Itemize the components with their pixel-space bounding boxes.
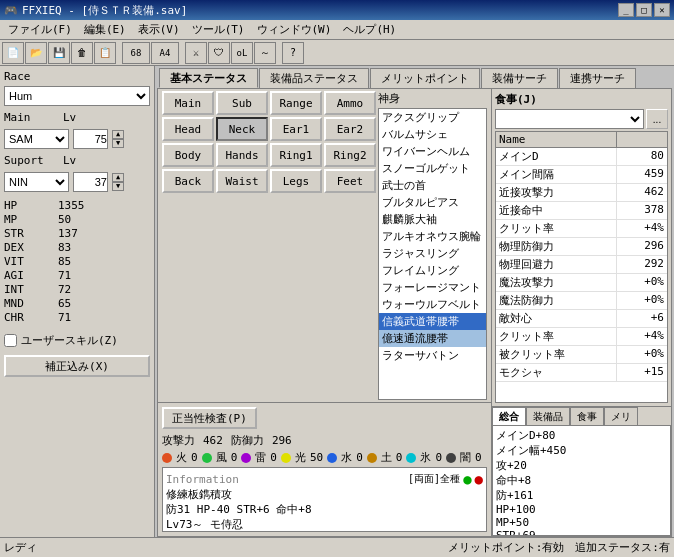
toolbar-save[interactable]: 💾 [48, 42, 70, 64]
food-row[interactable]: 物理回避力292 [496, 256, 667, 274]
main-lv-down[interactable]: ▼ [112, 139, 124, 148]
menu-tools[interactable]: ツール(T) [186, 21, 251, 38]
food-row[interactable]: メインD80 [496, 148, 667, 166]
food-row[interactable]: クリット率+4% [496, 220, 667, 238]
element-val-光: 50 [310, 451, 323, 464]
food-row[interactable]: 魔法防御力+0% [496, 292, 667, 310]
item-list-item[interactable]: ワイバーンヘルム [379, 143, 486, 160]
item-list-item[interactable]: ラジャスリング [379, 245, 486, 262]
food-row[interactable]: 近接命中378 [496, 202, 667, 220]
bottom-tab-1[interactable]: 装備品 [526, 407, 570, 425]
item-list-item[interactable]: 武士の首 [379, 177, 486, 194]
equip-slot-ammo[interactable]: Ammo [324, 91, 376, 115]
main-job-select[interactable]: SAM WAR MNK [4, 129, 69, 149]
equip-slot-ear1[interactable]: Ear1 [270, 117, 322, 141]
close-button[interactable]: ✕ [654, 3, 670, 17]
item-list-item[interactable]: ラターサバトン [379, 347, 486, 364]
stat-val-mnd: 65 [58, 297, 150, 310]
equip-slot-sub[interactable]: Sub [216, 91, 268, 115]
maximize-button[interactable]: □ [636, 3, 652, 17]
toolbar-help[interactable]: ? [282, 42, 304, 64]
equip-slot-range[interactable]: Range [270, 91, 322, 115]
menu-edit[interactable]: 編集(E) [78, 21, 132, 38]
status-left: レディ [4, 540, 37, 555]
food-row[interactable]: 被クリット率+0% [496, 346, 667, 364]
sub-lv-input[interactable] [73, 172, 108, 192]
bottom-content: メインD+80メイン幅+450攻+20命中+8防+161HP+100MP+50S… [492, 425, 671, 536]
stat-name-vit: VIT [4, 255, 54, 268]
tab-4[interactable]: 連携サーチ [559, 68, 636, 88]
menu-view[interactable]: 表示(V) [132, 21, 186, 38]
equip-slot-legs[interactable]: Legs [270, 169, 322, 193]
equip-slot-ring2[interactable]: Ring2 [324, 143, 376, 167]
food-list[interactable]: メインD80メイン間隔459近接攻撃力462近接命中378クリット率+4%物理防… [495, 148, 668, 403]
element-label-光: 光 [295, 450, 306, 465]
seito-button[interactable]: 正当性検査(P) [162, 407, 257, 429]
stat-name-agi: AGI [4, 269, 54, 282]
sub-lv-up[interactable]: ▲ [112, 173, 124, 182]
item-list-item[interactable]: バルムサシェ [379, 126, 486, 143]
food-row[interactable]: メイン間隔459 [496, 166, 667, 184]
toolbar-icon3[interactable]: oL [231, 42, 253, 64]
toolbar-68[interactable]: 68 [122, 42, 150, 64]
equip-slot-neck[interactable]: Neck [216, 117, 268, 141]
toolbar-icon4[interactable]: ～ [254, 42, 276, 64]
item-list-item[interactable]: アクスグリップ [379, 109, 486, 126]
item-list-item[interactable]: 麒麟脈大袖 [379, 211, 486, 228]
equip-slot-hands[interactable]: Hands [216, 143, 268, 167]
item-list-item[interactable]: 億速通流腰帯 [379, 330, 486, 347]
food-row[interactable]: 近接攻撃力462 [496, 184, 667, 202]
element-label-氷: 氷 [420, 450, 431, 465]
bottom-tab-0[interactable]: 総合 [492, 407, 526, 425]
item-list-item[interactable]: 信義武道帯腰帯 [379, 313, 486, 330]
minimize-button[interactable]: _ [618, 3, 634, 17]
food-row[interactable]: 物理防御力296 [496, 238, 667, 256]
toolbar-new[interactable]: 📄 [2, 42, 24, 64]
food-row[interactable]: 魔法攻撃力+0% [496, 274, 667, 292]
equip-slot-feet[interactable]: Feet [324, 169, 376, 193]
bottom-tab-2[interactable]: 食事 [570, 407, 604, 425]
element-dot-水 [327, 453, 337, 463]
title-bar: 🎮 FFXIEQ - [侍ＳＴＲ装備.sav] _ □ ✕ [0, 0, 674, 20]
tab-0[interactable]: 基本ステータス [159, 68, 258, 88]
food-row[interactable]: クリット率+4% [496, 328, 667, 346]
menu-help[interactable]: ヘルプ(H) [337, 21, 402, 38]
food-row[interactable]: モクシャ+15 [496, 364, 667, 382]
toolbar-icon2[interactable]: 🛡 [208, 42, 230, 64]
tab-3[interactable]: 装備サーチ [481, 68, 558, 88]
toolbar-open[interactable]: 📂 [25, 42, 47, 64]
food-select[interactable] [495, 109, 644, 129]
item-list-item[interactable]: スノーゴルゲット [379, 160, 486, 177]
item-list[interactable]: アクスグリップバルムサシェワイバーンヘルムスノーゴルゲット武士の首ブルタルピアス… [378, 108, 487, 400]
tab-2[interactable]: メリットポイント [370, 68, 480, 88]
item-list-item[interactable]: アルキオネウス腕輪 [379, 228, 486, 245]
item-list-item[interactable]: ブルタルピアス [379, 194, 486, 211]
tab-1[interactable]: 装備品ステータス [259, 68, 369, 88]
toolbar-btn4[interactable]: 🗑 [71, 42, 93, 64]
main-lv-input[interactable] [73, 129, 108, 149]
correction-button[interactable]: 補正込み(X) [4, 355, 150, 377]
sub-job-select[interactable]: NIN WAR THF [4, 172, 69, 192]
user-skill-checkbox[interactable] [4, 334, 17, 347]
menu-file[interactable]: ファイル(F) [2, 21, 78, 38]
equip-slot-waist[interactable]: Waist [216, 169, 268, 193]
item-list-item[interactable]: フレイムリング [379, 262, 486, 279]
toolbar-A4[interactable]: A4 [151, 42, 179, 64]
equip-slot-ear2[interactable]: Ear2 [324, 117, 376, 141]
menu-window[interactable]: ウィンドウ(W) [251, 21, 338, 38]
food-browse-button[interactable]: ... [646, 109, 668, 129]
item-list-item[interactable]: ウォーウルフベルト [379, 296, 486, 313]
equip-slot-body[interactable]: Body [162, 143, 214, 167]
equip-slot-back[interactable]: Back [162, 169, 214, 193]
toolbar-icon1[interactable]: ⚔ [185, 42, 207, 64]
bottom-tab-3[interactable]: メリ [604, 407, 638, 425]
sub-lv-down[interactable]: ▼ [112, 182, 124, 191]
toolbar-btn5[interactable]: 📋 [94, 42, 116, 64]
equip-slot-ring1[interactable]: Ring1 [270, 143, 322, 167]
race-select[interactable]: Hum Elv Tarutaru Mithra Galka [4, 86, 150, 106]
food-row[interactable]: 敵対心+6 [496, 310, 667, 328]
equip-slot-head[interactable]: Head [162, 117, 214, 141]
equip-slot-main[interactable]: Main [162, 91, 214, 115]
item-list-item[interactable]: フォーレージマント [379, 279, 486, 296]
main-lv-up[interactable]: ▲ [112, 130, 124, 139]
